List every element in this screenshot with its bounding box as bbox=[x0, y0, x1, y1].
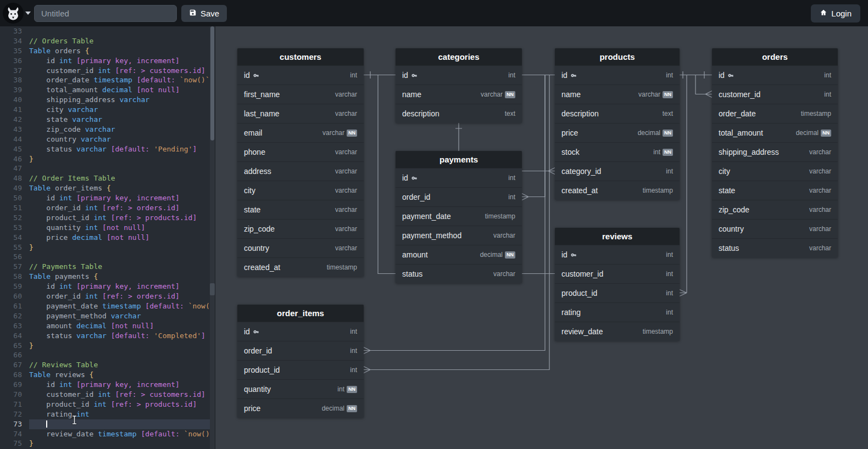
code-line-44[interactable]: 44 country varchar bbox=[0, 134, 215, 144]
table-header-categories[interactable]: categories bbox=[396, 48, 522, 65]
field-customers-country[interactable]: countryvarchar bbox=[237, 238, 364, 257]
code-line-75[interactable]: 75} bbox=[0, 439, 215, 448]
table-header-customers[interactable]: customers bbox=[237, 48, 364, 65]
field-customers-address[interactable]: addressvarchar bbox=[237, 161, 364, 181]
field-products-price[interactable]: pricedecimalNN bbox=[555, 123, 680, 142]
code-line-46[interactable]: 46} bbox=[0, 154, 215, 164]
field-orders-id[interactable]: idint bbox=[712, 65, 838, 85]
panel-resize-grip[interactable] bbox=[210, 283, 215, 295]
relationship-reviews.product_id-to-products.id[interactable] bbox=[680, 71, 687, 296]
field-order_items-id[interactable]: idint bbox=[237, 322, 364, 341]
app-logo-icon[interactable] bbox=[2, 2, 24, 24]
field-order_items-product_id[interactable]: product_idint bbox=[237, 360, 364, 379]
field-reviews-review_date[interactable]: review_datetimestamp bbox=[555, 322, 680, 341]
code-line-47[interactable]: 47 bbox=[0, 164, 215, 173]
table-header-order_items[interactable]: order_items bbox=[237, 305, 364, 322]
code-line-33[interactable]: 33 bbox=[0, 26, 215, 36]
code-line-42[interactable]: 42 state varchar bbox=[0, 115, 215, 125]
field-products-name[interactable]: namevarcharNN bbox=[555, 85, 680, 104]
field-customers-zip_code[interactable]: zip_codevarchar bbox=[237, 219, 364, 238]
field-products-created_at[interactable]: created_attimestamp bbox=[555, 181, 680, 200]
diagram-name-input[interactable] bbox=[34, 5, 177, 22]
field-reviews-rating[interactable]: ratingint bbox=[555, 302, 680, 322]
save-button[interactable]: Save bbox=[181, 5, 227, 22]
code-line-40[interactable]: 40 shipping_address varchar bbox=[0, 95, 215, 105]
table-header-payments[interactable]: payments bbox=[396, 151, 522, 168]
field-categories-name[interactable]: namevarcharNN bbox=[396, 85, 522, 104]
code-line-55[interactable]: 55} bbox=[0, 243, 215, 252]
field-categories-description[interactable]: descriptiontext bbox=[396, 104, 522, 123]
code-line-64[interactable]: 64 status varchar [default: 'Completed'] bbox=[0, 331, 215, 341]
code-line-65[interactable]: 65} bbox=[0, 341, 215, 351]
field-categories-id[interactable]: idint bbox=[396, 65, 522, 85]
field-products-stock[interactable]: stockintNN bbox=[555, 142, 680, 161]
code-line-52[interactable]: 52 product_id int [ref: > products.id] bbox=[0, 213, 215, 223]
code-line-63[interactable]: 63 amount decimal [not null] bbox=[0, 321, 215, 331]
field-products-category_id[interactable]: category_idint bbox=[555, 161, 680, 181]
table-header-reviews[interactable]: reviews bbox=[555, 228, 680, 245]
field-order_items-quantity[interactable]: quantityintNN bbox=[237, 379, 364, 399]
code-line-74[interactable]: 74 review_date timestamp [default: `now(… bbox=[0, 429, 215, 439]
code-line-62[interactable]: 62 payment_method varchar bbox=[0, 311, 215, 321]
field-reviews-customer_id[interactable]: customer_idint bbox=[555, 264, 680, 283]
field-reviews-product_id[interactable]: product_idint bbox=[555, 283, 680, 302]
field-orders-shipping_address[interactable]: shipping_addressvarchar bbox=[712, 142, 838, 161]
code-line-53[interactable]: 53 quantity int [not null] bbox=[0, 223, 215, 233]
field-payments-payment_date[interactable]: payment_datetimestamp bbox=[396, 206, 522, 226]
field-customers-created_at[interactable]: created_attimestamp bbox=[237, 257, 364, 277]
code-line-60[interactable]: 60 order_id int [ref: > orders.id] bbox=[0, 291, 215, 301]
code-line-43[interactable]: 43 zip_code varchar bbox=[0, 125, 215, 134]
field-reviews-id[interactable]: idint bbox=[555, 245, 680, 264]
code-line-58[interactable]: 58Table payments { bbox=[0, 272, 215, 282]
code-line-38[interactable]: 38 order_date timestamp [default: `now()… bbox=[0, 75, 215, 85]
code-line-39[interactable]: 39 total_amount decimal [not null] bbox=[0, 85, 215, 95]
code-line-54[interactable]: 54 price decimal [not null] bbox=[0, 233, 215, 243]
code-line-69[interactable]: 69 id int [primary key, increment] bbox=[0, 380, 215, 390]
field-products-description[interactable]: descriptiontext bbox=[555, 104, 680, 123]
field-customers-city[interactable]: cityvarchar bbox=[237, 181, 364, 200]
code-line-68[interactable]: 68Table reviews { bbox=[0, 370, 215, 380]
field-orders-customer_id[interactable]: customer_idint bbox=[712, 85, 838, 104]
dbml-code[interactable]: 3334// Orders Table35Table orders {36 id… bbox=[0, 26, 215, 449]
field-customers-phone[interactable]: phonevarchar bbox=[237, 142, 364, 161]
field-customers-last_name[interactable]: last_namevarchar bbox=[237, 104, 364, 123]
editor-scrollbar-thumb[interactable] bbox=[210, 26, 214, 141]
panel-divider[interactable] bbox=[215, 26, 215, 449]
field-order_items-order_id[interactable]: order_idint bbox=[237, 341, 364, 360]
code-editor-panel[interactable]: 3334// Orders Table35Table orders {36 id… bbox=[0, 26, 215, 449]
field-orders-status[interactable]: statusvarchar bbox=[712, 238, 838, 257]
code-line-37[interactable]: 37 customer_id int [ref: > customers.id] bbox=[0, 66, 215, 76]
code-line-50[interactable]: 50 id int [primary key, increment] bbox=[0, 193, 215, 203]
code-line-71[interactable]: 71 product_id int [ref: > products.id] bbox=[0, 400, 215, 409]
code-line-57[interactable]: 57// Payments Table bbox=[0, 262, 215, 272]
code-line-49[interactable]: 49Table order_items { bbox=[0, 183, 215, 193]
code-line-48[interactable]: 48// Order Items Table bbox=[0, 173, 215, 183]
field-customers-state[interactable]: statevarchar bbox=[237, 200, 364, 219]
field-payments-payment_method[interactable]: payment_methodvarchar bbox=[396, 226, 522, 245]
table-header-products[interactable]: products bbox=[555, 48, 680, 65]
field-orders-state[interactable]: statevarchar bbox=[712, 181, 838, 200]
field-payments-id[interactable]: idint bbox=[396, 168, 522, 187]
field-payments-status[interactable]: statusvarchar bbox=[396, 264, 522, 283]
code-line-59[interactable]: 59 id int [primary key, increment] bbox=[0, 282, 215, 291]
code-line-72[interactable]: 72 rating int bbox=[0, 409, 215, 419]
code-line-67[interactable]: 67// Reviews Table bbox=[0, 360, 215, 370]
code-line-73[interactable]: 73 bbox=[0, 419, 215, 429]
code-line-56[interactable]: 56 bbox=[0, 252, 215, 262]
field-products-id[interactable]: idint bbox=[555, 65, 680, 85]
code-line-41[interactable]: 41 city varchar bbox=[0, 105, 215, 115]
login-button[interactable]: Login bbox=[811, 4, 860, 23]
logo-menu-chevron-down-icon[interactable] bbox=[25, 12, 31, 15]
field-orders-total_amount[interactable]: total_amountdecimalNN bbox=[712, 123, 838, 142]
code-line-70[interactable]: 70 customer_id int [ref: > customers.id] bbox=[0, 390, 215, 400]
field-order_items-price[interactable]: pricedecimalNN bbox=[237, 399, 364, 418]
field-orders-country[interactable]: countryvarchar bbox=[712, 219, 838, 238]
field-customers-id[interactable]: idint bbox=[237, 65, 364, 85]
table-header-orders[interactable]: orders bbox=[712, 48, 838, 65]
code-line-66[interactable]: 66 bbox=[0, 350, 215, 360]
field-payments-order_id[interactable]: order_idint bbox=[396, 187, 522, 206]
code-line-34[interactable]: 34// Orders Table bbox=[0, 36, 215, 46]
field-orders-city[interactable]: cityvarchar bbox=[712, 161, 838, 181]
field-customers-first_name[interactable]: first_namevarchar bbox=[237, 85, 364, 104]
editor-scrollbar[interactable] bbox=[210, 26, 215, 449]
